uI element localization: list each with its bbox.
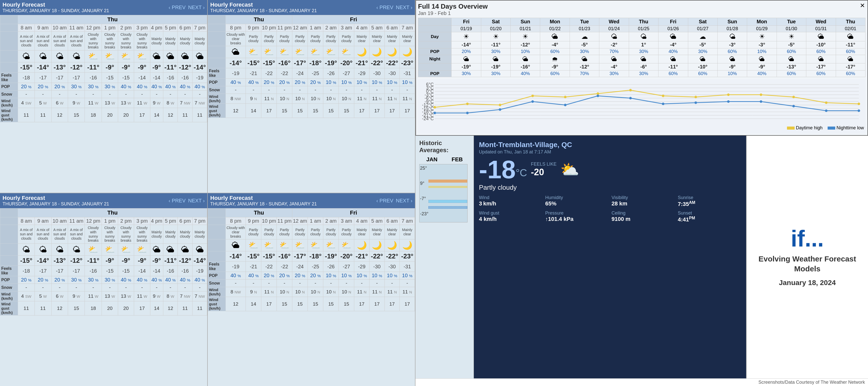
hourly-title-bm: Hourly Forecast xyxy=(210,195,317,201)
cw-pressure-value: ↑101.4 kPa xyxy=(545,216,609,222)
next-btn-tl[interactable]: NEXT › xyxy=(188,5,205,10)
hourly-title-tm: Hourly Forecast xyxy=(210,2,317,8)
legend-day-box xyxy=(787,127,795,130)
historic-title: Historic Averages: xyxy=(419,139,470,154)
cw-humidity-label: Humidity xyxy=(545,195,609,200)
cw-wind-label: Wind xyxy=(479,195,542,200)
cw-main-row: -18°C FEELS LIKE -20 ⛅ xyxy=(479,157,741,182)
hist-col1: JAN xyxy=(426,156,438,163)
cw-gust-label: Wind gust xyxy=(479,210,542,216)
legend-night: Nighttime low xyxy=(828,125,864,131)
hourly-title-bl: Hourly Forecast xyxy=(3,195,109,201)
cw-wind-gust: Wind gust 4 km/h xyxy=(479,210,542,223)
overview-table: FriSatSunMonTueWedThuFriSatSunMonTueWedT… xyxy=(418,18,865,77)
hourly-panel-bottom-mid: Hourly Forecast THURSDAY, JANUARY 18 - S… xyxy=(208,193,415,386)
hourly-header-top-left: Hourly Forecast THURSDAY, JANUARY 18 - S… xyxy=(0,0,207,15)
if-panel: if... Evolving Weather Forecast Models J… xyxy=(746,136,868,378)
legend-day-label: Daytime high xyxy=(796,125,823,131)
cw-ceiling-label: Ceiling xyxy=(612,210,675,216)
hourly-title-tl: Hourly Forecast xyxy=(3,2,109,8)
close-icon[interactable]: ✕ xyxy=(860,2,865,9)
hourly-date-tm: THURSDAY, JANUARY 18 - SUNDAY, JANUARY 2… xyxy=(210,8,317,13)
cw-unit: °C xyxy=(516,167,527,178)
hist-col2: FEB xyxy=(452,156,463,163)
if-date: January 18, 2024 xyxy=(779,279,836,287)
cw-sunset-value: 4:41PM xyxy=(678,216,741,223)
footer-text: Screenshots/Data Courtesy of The Weather… xyxy=(758,380,865,385)
cw-ceiling-value: 9100 m xyxy=(612,216,675,222)
chart-legend: Daytime high Nighttime low xyxy=(420,125,864,131)
cw-vis-label: Visibility xyxy=(612,195,675,200)
hist-band-blue1 xyxy=(428,200,467,203)
hourly-table-tm: ThuFri8 pm9 pm10 pm11 pm12 am1 am2 am3 a… xyxy=(208,15,415,118)
cw-sunrise: Sunrise 7:35AM xyxy=(678,195,741,207)
cw-wind: Wind 3 km/h xyxy=(479,195,542,207)
next-btn-bm[interactable]: NEXT › xyxy=(396,198,412,204)
cw-weather-icon: ⛅ xyxy=(560,161,579,179)
hourly-panel-top-left: Hourly Forecast THURSDAY, JANUARY 18 - S… xyxy=(0,0,207,193)
cw-temp: -18 xyxy=(479,155,516,184)
chart-area: Daytime high Nighttime low xyxy=(418,79,865,133)
overview-title: Full 14 Days Overview xyxy=(418,3,865,10)
hourly-header-top-mid: Hourly Forecast THURSDAY, JANUARY 18 - S… xyxy=(208,0,415,15)
cw-humidity-value: 65% xyxy=(545,200,609,207)
cw-details-grid: Wind 3 km/h Humidity 65% Visibility 28 k… xyxy=(479,195,741,223)
hourly-nav-bl: ‹ PREV NEXT › xyxy=(168,198,205,204)
cw-vis-value: 28 km xyxy=(612,200,675,207)
legend-day: Daytime high xyxy=(787,125,823,131)
legend-night-box xyxy=(828,127,835,130)
hourly-header-bottom-mid: Hourly Forecast THURSDAY, JANUARY 18 - S… xyxy=(208,193,415,208)
hourly-table-bm: ThuFri8 pm9 pm10 pm11 pm12 am1 am2 am3 a… xyxy=(208,208,415,311)
hist-band-blue2 xyxy=(428,206,467,209)
historic-panel: Historic Averages: JAN FEB 25° 9° -7° -2… xyxy=(415,136,474,378)
weather-chart xyxy=(420,81,864,124)
prev-btn-bl[interactable]: ‹ PREV xyxy=(168,198,186,204)
hourly-date-tl: THURSDAY, JANUARY 18 - SUNDAY, JANUARY 2… xyxy=(3,8,109,13)
cw-sunrise-value: 7:35AM xyxy=(678,200,741,207)
cw-temp-block: -18°C xyxy=(479,157,527,182)
hourly-header-bottom-left: Hourly Forecast THURSDAY, JANUARY 18 - S… xyxy=(0,193,207,208)
hist-label-25: 25° xyxy=(420,166,427,171)
cw-humidity: Humidity 65% xyxy=(545,195,609,207)
current-weather-panel: Mont-Tremblant-Village, QC Updated on Th… xyxy=(474,136,746,378)
if-title: if... xyxy=(791,227,824,250)
legend-night-label: Nighttime low xyxy=(837,125,864,131)
cw-sunrise-label: Sunrise xyxy=(678,195,741,200)
prev-btn-tm[interactable]: ‹ PREV xyxy=(376,5,393,10)
hist-label-n23: -23° xyxy=(420,211,428,217)
footer: Screenshots/Data Courtesy of The Weather… xyxy=(415,378,868,386)
next-btn-tm[interactable]: NEXT › xyxy=(396,5,412,10)
if-subtitle: Evolving Weather Forecast Models xyxy=(754,254,860,274)
right-panel: ✕ Full 14 Days Overview Jan 19 - Feb 1 F… xyxy=(415,0,868,386)
hist-label-n7: -7° xyxy=(420,196,426,201)
overview-date-range: Jan 19 - Feb 1 xyxy=(418,10,865,16)
bottom-right-area: Historic Averages: JAN FEB 25° 9° -7° -2… xyxy=(415,136,868,378)
prev-btn-tl[interactable]: ‹ PREV xyxy=(168,5,186,10)
hourly-date-bm: THURSDAY, JANUARY 18 - SUNDAY, JANUARY 2… xyxy=(210,201,317,207)
cw-ceiling: Ceiling 9100 m xyxy=(612,210,675,223)
cw-desc: Partly cloudy xyxy=(479,184,741,191)
cw-gust-value: 4 km/h xyxy=(479,216,542,222)
cw-wind-value: 3 km/h xyxy=(479,200,542,207)
cw-location: Mont-Tremblant-Village, QC xyxy=(479,141,741,149)
prev-btn-bm[interactable]: ‹ PREV xyxy=(376,198,393,204)
hourly-panel-top-mid: Hourly Forecast THURSDAY, JANUARY 18 - S… xyxy=(208,0,415,193)
cw-visibility: Visibility 28 km xyxy=(612,195,675,207)
hourly-date-bl: THURSDAY, JANUARY 18 - SUNDAY, JANUARY 2… xyxy=(3,201,109,207)
next-btn-bl[interactable]: NEXT › xyxy=(188,198,205,204)
cw-updated: Updated on Thu, Jan 18 at 7:17 AM xyxy=(479,149,741,155)
historic-col-headers: JAN FEB xyxy=(419,156,470,163)
hourly-table-tl: Thu8 am9 am10 am11 am12 pm1 pm2 pm3 pm4 … xyxy=(0,15,207,122)
hourly-table-bl: Thu8 am9 am10 am11 am12 pm1 pm2 pm3 pm4 … xyxy=(0,208,207,315)
hourly-nav-tl: ‹ PREV NEXT › xyxy=(168,5,205,10)
cw-pressure: Pressure ↑101.4 kPa xyxy=(545,210,609,223)
overview-panel: ✕ Full 14 Days Overview Jan 19 - Feb 1 F… xyxy=(415,0,868,136)
historic-chart-container: 25° 9° -7° -23° xyxy=(419,164,467,222)
cw-feels-label: FEELS LIKE xyxy=(531,162,556,167)
hist-band-yellow xyxy=(428,186,467,188)
hist-label-9: 9° xyxy=(420,181,424,186)
cw-pressure-label: Pressure xyxy=(545,210,609,216)
hist-band-orange xyxy=(428,180,467,183)
hourly-panel-bottom-left: Hourly Forecast THURSDAY, JANUARY 18 - S… xyxy=(0,193,207,386)
cw-feels-value: -20 xyxy=(531,167,556,178)
